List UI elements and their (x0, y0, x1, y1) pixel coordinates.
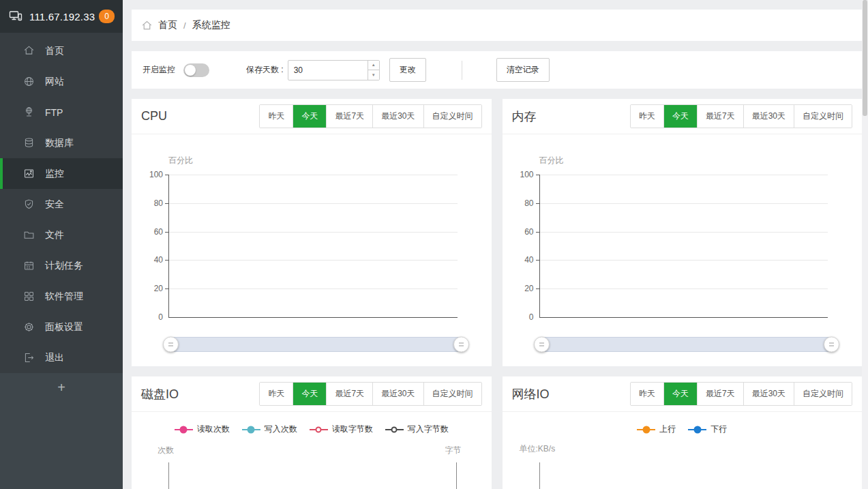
sidebar-item-settings[interactable]: 面板设置 (0, 312, 123, 342)
time-range-30days[interactable]: 最近30天 (743, 105, 794, 128)
shield-icon (23, 198, 35, 210)
legend-item-read-bytes[interactable]: 读取字节数 (310, 424, 373, 435)
disk-io-legend: 读取次数 写入次数 读取字节数 写入字节数 (132, 424, 492, 435)
memory-plot-area: 100 80 60 40 20 0 (539, 175, 828, 318)
calendar-icon (23, 260, 35, 271)
grid-icon (23, 291, 35, 302)
sidebar-item-software[interactable]: 软件管理 (0, 281, 123, 312)
sidebar-footer: + (0, 373, 123, 489)
time-range-yesterday[interactable]: 昨天 (260, 105, 293, 128)
breadcrumb-current-page: 系统监控 (192, 19, 230, 31)
cpu-chart: 百分比 100 80 60 40 20 0 (132, 134, 492, 366)
disk-io-right-axis-name: 字节 (445, 445, 462, 456)
cpu-panel-title: CPU (141, 109, 167, 123)
datazoom-right-handle[interactable] (824, 337, 839, 353)
toolbar-divider (462, 61, 462, 80)
scrollbar-thumb[interactable] (863, 0, 867, 116)
home-icon (23, 45, 35, 57)
y-tick: 20 (524, 284, 533, 293)
monitor-toolbar: 开启监控 保存天数 : ▲ ▼ 更改 清空记录 (132, 51, 862, 89)
time-range-30days[interactable]: 最近30天 (372, 105, 423, 128)
datazoom-right-handle[interactable] (453, 337, 469, 353)
sidebar-item-label: 首页 (45, 45, 64, 57)
sidebar-item-monitor[interactable]: 监控 (0, 158, 123, 189)
disk-io-time-range-group: 昨天 今天 最近7天 最近30天 自定义时间 (259, 382, 481, 406)
sidebar-item-cron[interactable]: 计划任务 (0, 250, 123, 281)
clear-records-button[interactable]: 清空记录 (496, 58, 550, 82)
legend-item-write-count[interactable]: 写入次数 (242, 424, 297, 435)
legend-marker (693, 426, 701, 433)
time-range-7days[interactable]: 最近7天 (326, 105, 372, 128)
time-range-today[interactable]: 今天 (293, 383, 326, 405)
memory-panel-header: 内存 昨天 今天 最近7天 最近30天 自定义时间 (503, 99, 863, 134)
legend-marker (180, 426, 188, 433)
sidebar-item-website[interactable]: 网站 (0, 66, 123, 97)
memory-chart: 百分比 100 80 60 40 20 0 (503, 134, 863, 366)
datazoom-left-handle[interactable] (163, 337, 179, 353)
save-days-field-wrap: ▲ ▼ (288, 60, 380, 80)
server-ip: 111.67.192.33 (29, 11, 95, 23)
time-range-yesterday[interactable]: 昨天 (631, 105, 663, 128)
sidebar-item-database[interactable]: 数据库 (0, 128, 123, 158)
memory-panel: 内存 昨天 今天 最近7天 最近30天 自定义时间 百分比 100 80 60 (503, 99, 863, 366)
change-button[interactable]: 更改 (389, 58, 426, 82)
time-range-7days[interactable]: 最近7天 (697, 105, 743, 128)
spinner-down-icon[interactable]: ▼ (368, 70, 379, 80)
memory-datazoom-slider[interactable] (541, 337, 833, 352)
breadcrumb: 首页 / 系统监控 (132, 10, 862, 41)
disk-io-left-axis-name: 次数 (158, 445, 174, 456)
time-range-custom[interactable]: 自定义时间 (423, 383, 481, 405)
add-menu-button[interactable]: + (50, 380, 72, 395)
sidebar-item-home[interactable]: 首页 (0, 35, 123, 66)
server-monitor-icon (8, 10, 23, 23)
time-range-custom[interactable]: 自定义时间 (423, 105, 481, 128)
legend-item-upload[interactable]: 上行 (637, 424, 676, 435)
y-tick: 0 (529, 312, 534, 322)
message-count-badge[interactable]: 0 (99, 10, 115, 23)
sidebar-item-label: FTP (45, 107, 63, 118)
time-range-today[interactable]: 今天 (663, 383, 697, 405)
network-io-panel-header: 网络IO 昨天 今天 最近7天 最近30天 自定义时间 (503, 376, 863, 412)
monitor-toggle[interactable] (183, 63, 209, 77)
sidebar-item-files[interactable]: 文件 (0, 220, 123, 250)
spinner-up-icon[interactable]: ▲ (368, 61, 379, 71)
breadcrumb-home-link[interactable]: 首页 (158, 19, 177, 31)
sidebar-item-security[interactable]: 安全 (0, 189, 123, 220)
sidebar-item-label: 网站 (45, 76, 64, 88)
legend-item-write-bytes[interactable]: 写入字节数 (385, 424, 449, 435)
time-range-7days[interactable]: 最近7天 (697, 383, 743, 405)
time-range-custom[interactable]: 自定义时间 (794, 105, 852, 128)
sidebar-item-ftp[interactable]: FTP (0, 97, 123, 128)
network-io-panel: 网络IO 昨天 今天 最近7天 最近30天 自定义时间 上行 (503, 376, 863, 489)
time-range-custom[interactable]: 自定义时间 (794, 383, 852, 405)
legend-item-read-count[interactable]: 读取次数 (175, 424, 230, 435)
network-io-left-axis-line (539, 462, 540, 489)
time-range-today[interactable]: 今天 (293, 105, 326, 128)
disk-io-panel-header: 磁盘IO 昨天 今天 最近7天 最近30天 自定义时间 (132, 376, 492, 412)
cpu-plot-area: 100 80 60 40 20 0 (168, 175, 458, 318)
save-days-input[interactable] (288, 60, 380, 80)
sidebar-item-label: 安全 (45, 198, 64, 211)
cpu-panel-header: CPU 昨天 今天 最近7天 最近30天 自定义时间 (132, 99, 492, 134)
sidebar-header: 111.67.192.33 0 (0, 0, 123, 33)
sidebar-item-label: 软件管理 (45, 291, 83, 303)
cpu-datazoom-slider[interactable] (170, 337, 462, 352)
monitor-chart-icon (23, 168, 35, 179)
disk-io-panel-title: 磁盘IO (141, 386, 179, 402)
breadcrumb-separator: / (183, 20, 186, 31)
datazoom-left-handle[interactable] (534, 337, 550, 353)
sidebar-item-logout[interactable]: 退出 (0, 342, 123, 373)
time-range-yesterday[interactable]: 昨天 (631, 383, 663, 405)
time-range-30days[interactable]: 最近30天 (372, 383, 423, 405)
logout-icon (23, 352, 35, 364)
time-range-30days[interactable]: 最近30天 (743, 383, 794, 405)
panels-grid: CPU 昨天 今天 最近7天 最近30天 自定义时间 百分比 100 80 60 (132, 99, 862, 489)
y-tick: 20 (154, 284, 163, 293)
time-range-yesterday[interactable]: 昨天 (260, 383, 293, 405)
sidebar-item-label: 面板设置 (45, 321, 83, 334)
time-range-7days[interactable]: 最近7天 (326, 383, 372, 405)
time-range-today[interactable]: 今天 (663, 105, 697, 128)
legend-item-download[interactable]: 下行 (688, 424, 727, 435)
y-tick: 40 (524, 255, 533, 265)
memory-panel-title: 内存 (512, 108, 537, 125)
